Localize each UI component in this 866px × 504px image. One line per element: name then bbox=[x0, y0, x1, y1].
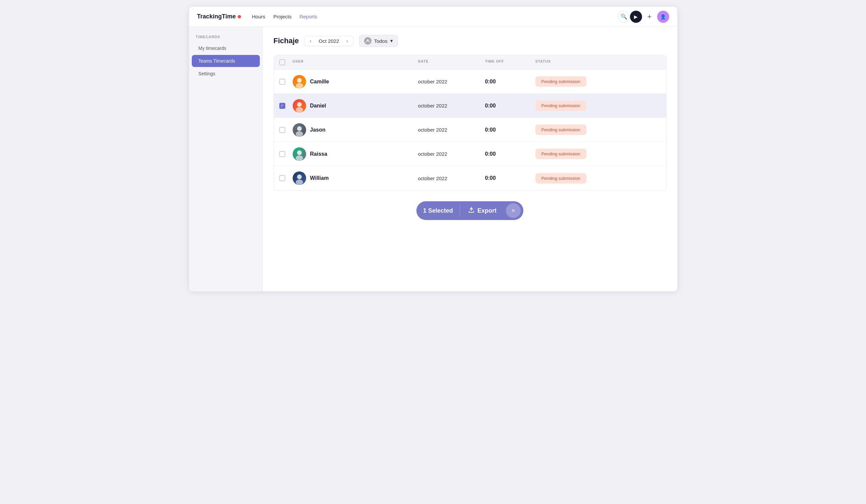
top-nav: TrackingTime Hours Projects Reports 🔍 ▶ … bbox=[189, 7, 677, 27]
close-action-bar-button[interactable]: × bbox=[506, 203, 521, 218]
user-name: Camille bbox=[310, 79, 329, 85]
group-filter-button[interactable]: Todos ▾ bbox=[359, 35, 398, 47]
william-checkbox[interactable] bbox=[279, 175, 285, 181]
daniel-checkbox[interactable]: ✓ bbox=[279, 103, 285, 109]
jason-checkbox[interactable] bbox=[279, 127, 285, 133]
svg-point-3 bbox=[296, 83, 303, 89]
prev-date-button[interactable]: ‹ bbox=[309, 38, 313, 44]
logo-text: TrackingTime bbox=[197, 13, 236, 20]
table-row: William october 2022 0:00 Pending submis… bbox=[274, 166, 666, 190]
page-header: Fichaje ‹ Oct 2022 › Todos ▾ bbox=[274, 35, 667, 47]
svg-point-5 bbox=[297, 102, 302, 107]
date-cell: october 2022 bbox=[418, 175, 485, 181]
sidebar-item-label: Settings bbox=[199, 71, 215, 76]
group-icon bbox=[364, 37, 371, 45]
row-checkbox[interactable] bbox=[279, 79, 293, 85]
time-off-cell: 0:00 bbox=[485, 103, 535, 109]
status-badge: Pending submission bbox=[535, 101, 586, 111]
time-off-cell: 0:00 bbox=[485, 79, 535, 85]
user-cell: William bbox=[293, 171, 418, 185]
row-checkbox[interactable] bbox=[279, 175, 293, 181]
camille-checkbox[interactable] bbox=[279, 79, 285, 85]
sidebar-item-my-timecards[interactable]: My timecards bbox=[192, 42, 260, 54]
time-off-cell: 0:00 bbox=[485, 127, 535, 133]
avatar bbox=[293, 123, 306, 137]
user-cell: Jason bbox=[293, 123, 418, 137]
table-row: Jason october 2022 0:00 Pending submissi… bbox=[274, 118, 666, 142]
raissa-checkbox[interactable] bbox=[279, 151, 285, 157]
play-button[interactable]: ▶ bbox=[630, 11, 642, 23]
status-badge: Pending submission bbox=[535, 149, 586, 159]
nav-hours[interactable]: Hours bbox=[252, 12, 265, 21]
export-label: Export bbox=[477, 207, 497, 214]
date-cell: october 2022 bbox=[418, 151, 485, 157]
date-cell: october 2022 bbox=[418, 103, 485, 108]
date-cell: october 2022 bbox=[418, 79, 485, 84]
status-cell: Pending submission bbox=[535, 101, 661, 111]
table-row: ✓ Daniel october 2022 bbox=[274, 94, 666, 118]
svg-point-9 bbox=[296, 131, 303, 137]
date-cell: october 2022 bbox=[418, 127, 485, 133]
next-date-button[interactable]: › bbox=[345, 38, 349, 44]
svg-point-8 bbox=[297, 126, 302, 131]
action-bar: 1 Selected Export × bbox=[417, 201, 523, 220]
status-cell: Pending submission bbox=[535, 125, 661, 135]
time-off-column-header: TIME OFF bbox=[485, 59, 535, 65]
table-row: Camille october 2022 0:00 Pending submis… bbox=[274, 70, 666, 94]
sidebar-item-settings[interactable]: Settings bbox=[192, 68, 260, 80]
status-column-header: STATUS bbox=[535, 59, 661, 65]
search-icon: 🔍 bbox=[621, 13, 627, 20]
chevron-down-icon: ▾ bbox=[390, 38, 393, 44]
nav-links: Hours Projects Reports bbox=[252, 12, 618, 21]
nav-right: ▶ + 👤 bbox=[630, 11, 669, 23]
page-title: Fichaje bbox=[274, 36, 299, 45]
row-checkbox[interactable] bbox=[279, 151, 293, 157]
row-checkbox[interactable]: ✓ bbox=[279, 103, 293, 109]
svg-point-6 bbox=[296, 107, 303, 113]
sidebar-item-teams-timecards[interactable]: Teams Timecards bbox=[192, 55, 260, 67]
export-icon bbox=[468, 207, 475, 215]
sidebar: TIMECARDS My timecards Teams Timecards S… bbox=[189, 27, 263, 291]
export-button[interactable]: Export bbox=[460, 207, 504, 215]
svg-point-15 bbox=[296, 180, 303, 185]
checkbox-header[interactable] bbox=[279, 59, 293, 65]
svg-point-2 bbox=[297, 78, 302, 83]
sidebar-item-label: Teams Timecards bbox=[199, 58, 235, 64]
logo: TrackingTime bbox=[197, 13, 241, 20]
main-layout: TIMECARDS My timecards Teams Timecards S… bbox=[189, 27, 677, 291]
user-cell: Camille bbox=[293, 75, 418, 89]
table-header: USER DATE TIME OFF STATUS bbox=[274, 55, 666, 70]
status-cell: Pending submission bbox=[535, 173, 661, 184]
time-off-cell: 0:00 bbox=[485, 175, 535, 181]
nav-projects[interactable]: Projects bbox=[273, 12, 291, 21]
sidebar-item-label: My timecards bbox=[199, 46, 226, 51]
add-button[interactable]: + bbox=[646, 12, 653, 21]
user-name: William bbox=[310, 175, 329, 181]
action-bar-wrapper: 1 Selected Export × bbox=[274, 191, 667, 225]
group-label: Todos bbox=[374, 38, 388, 44]
avatar bbox=[293, 75, 306, 89]
select-all-checkbox[interactable] bbox=[279, 59, 285, 65]
user-cell: Raissa bbox=[293, 147, 418, 161]
avatar bbox=[293, 147, 306, 161]
avatar bbox=[293, 171, 306, 185]
close-icon: × bbox=[512, 207, 515, 214]
user-avatar[interactable]: 👤 bbox=[657, 11, 669, 23]
nav-reports[interactable]: Reports bbox=[299, 12, 317, 21]
user-name: Raissa bbox=[310, 151, 327, 157]
status-badge: Pending submission bbox=[535, 76, 586, 87]
play-icon: ▶ bbox=[634, 14, 638, 20]
user-name: Daniel bbox=[310, 103, 326, 109]
search-button[interactable]: 🔍 bbox=[618, 11, 630, 23]
sidebar-section-label: TIMECARDS bbox=[189, 35, 263, 42]
svg-point-12 bbox=[296, 156, 303, 161]
avatar-image: 👤 bbox=[660, 14, 666, 20]
status-badge: Pending submission bbox=[535, 125, 586, 135]
row-checkbox[interactable] bbox=[279, 127, 293, 133]
table-row: Raissa october 2022 0:00 Pending submiss… bbox=[274, 142, 666, 166]
status-cell: Pending submission bbox=[535, 149, 661, 159]
user-name: Jason bbox=[310, 127, 325, 133]
status-cell: Pending submission bbox=[535, 76, 661, 87]
avatar bbox=[293, 99, 306, 113]
svg-point-11 bbox=[297, 150, 302, 155]
